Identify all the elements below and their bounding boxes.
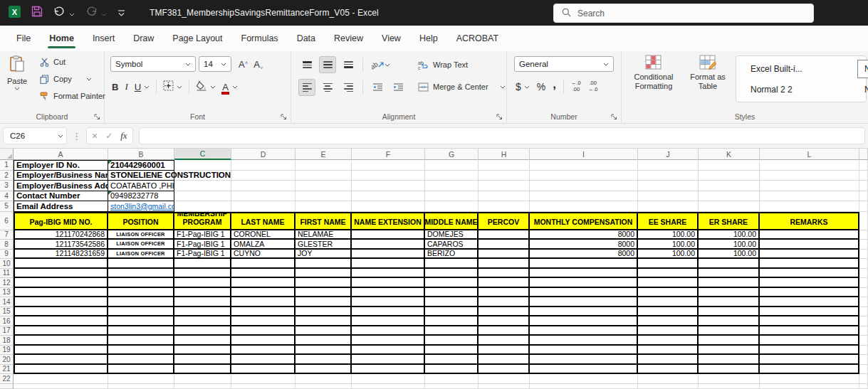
cell-D13[interactable] <box>231 288 296 298</box>
cell-D16[interactable] <box>231 316 296 326</box>
cell-C23[interactable] <box>174 384 231 389</box>
top-align-button[interactable] <box>298 56 315 73</box>
cell-E16[interactable] <box>296 316 352 326</box>
column-header-L[interactable]: L <box>760 149 859 160</box>
merge-center-button[interactable]: Merge & Center <box>418 80 506 94</box>
cell-F3[interactable] <box>352 181 425 191</box>
cell-E18[interactable] <box>296 336 352 346</box>
cell-A23[interactable] <box>14 384 108 389</box>
cell-H8[interactable] <box>479 240 530 250</box>
cell-I1[interactable] <box>530 160 638 171</box>
decrease-font-size-button[interactable]: A˅ <box>253 59 263 70</box>
cell-H4[interactable] <box>479 191 530 202</box>
cell-M4[interactable] <box>859 191 868 202</box>
cell-A2[interactable]: Employer/Business Name <box>14 171 108 181</box>
cell-I17[interactable] <box>530 326 638 336</box>
row-header-17[interactable]: 17 <box>0 326 14 336</box>
select-all-corner[interactable] <box>0 149 14 160</box>
cell-G7[interactable]: DOMEJES <box>425 230 479 240</box>
cell-C4[interactable] <box>174 191 231 202</box>
cell-G8[interactable]: CAPAROS <box>425 240 479 250</box>
cell-M1[interactable] <box>859 160 868 171</box>
cell-F2[interactable] <box>352 171 425 181</box>
cut-button[interactable]: Cut <box>40 55 105 69</box>
cell-A21[interactable] <box>14 365 108 375</box>
cell-I12[interactable] <box>530 278 638 288</box>
paste-dropdown-chevron-icon[interactable] <box>14 87 20 90</box>
cell-K22[interactable] <box>699 374 760 384</box>
column-header-M[interactable] <box>859 149 868 160</box>
cell-L7[interactable] <box>760 230 859 240</box>
cell-E19[interactable] <box>296 346 352 356</box>
cell-G21[interactable] <box>425 365 479 375</box>
row-header-13[interactable]: 13 <box>0 288 14 298</box>
column-header-B[interactable]: B <box>108 149 174 160</box>
cell-H21[interactable] <box>479 365 530 375</box>
cell-C17[interactable] <box>174 326 231 336</box>
cell-H1[interactable] <box>479 160 530 171</box>
cell-B10[interactable] <box>108 259 174 269</box>
cell-F6[interactable]: NAME EXTENSION <box>352 212 425 230</box>
cell-J19[interactable] <box>638 346 699 356</box>
column-header-K[interactable]: K <box>699 149 760 160</box>
column-header-G[interactable]: G <box>425 149 479 160</box>
cell-A13[interactable] <box>14 288 108 298</box>
cell-K4[interactable] <box>699 191 760 202</box>
cell-H22[interactable] <box>479 374 530 384</box>
cell-I10[interactable] <box>530 259 638 269</box>
cell-H19[interactable] <box>479 346 530 356</box>
cell-K12[interactable] <box>699 278 760 288</box>
cell-M18[interactable] <box>859 336 868 346</box>
cell-G2[interactable] <box>425 171 479 181</box>
cell-G18[interactable] <box>425 336 479 346</box>
cell-J23[interactable] <box>638 384 699 389</box>
fill-color-button[interactable] <box>196 80 207 94</box>
cell-B13[interactable] <box>108 288 174 298</box>
cell-A9[interactable]: 121148231659 <box>14 250 108 260</box>
cell-K10[interactable] <box>699 259 760 269</box>
cell-L11[interactable] <box>760 269 859 279</box>
cell-F8[interactable] <box>352 240 425 250</box>
row-header-2[interactable]: 2 <box>0 171 14 181</box>
cell-F12[interactable] <box>352 278 425 288</box>
cell-C3[interactable] <box>174 181 231 191</box>
cell-G13[interactable] <box>425 288 479 298</box>
cell-M7[interactable] <box>859 230 868 240</box>
cell-D22[interactable] <box>231 374 296 384</box>
cell-F18[interactable] <box>352 336 425 346</box>
cell-M8[interactable] <box>859 240 868 250</box>
cell-B12[interactable] <box>108 278 174 288</box>
cell-C22[interactable] <box>174 374 231 384</box>
cell-F15[interactable] <box>352 307 425 317</box>
cell-I18[interactable] <box>530 336 638 346</box>
middle-align-button[interactable] <box>319 56 336 73</box>
cell-J7[interactable]: 100.00 <box>638 230 699 240</box>
cell-I2[interactable] <box>530 171 638 181</box>
cell-F19[interactable] <box>352 346 425 356</box>
column-header-E[interactable]: E <box>296 149 352 160</box>
orientation-button[interactable]: ab <box>369 56 393 73</box>
cell-C5[interactable] <box>174 201 231 212</box>
cell-G16[interactable] <box>425 316 479 326</box>
cell-L9[interactable] <box>760 250 859 260</box>
cell-G22[interactable] <box>425 374 479 384</box>
cell-F7[interactable] <box>352 230 425 240</box>
cell-D5[interactable] <box>231 201 296 212</box>
cell-I16[interactable] <box>530 316 638 326</box>
cell-F17[interactable] <box>352 326 425 336</box>
cell-D4[interactable] <box>231 191 296 202</box>
font-size-select[interactable]: 14 <box>199 56 231 72</box>
accounting-chevron-icon[interactable] <box>524 85 530 89</box>
cell-A8[interactable]: 121173542586 <box>14 240 108 250</box>
cell-A10[interactable] <box>14 259 108 269</box>
cell-A20[interactable] <box>14 355 108 365</box>
cell-K14[interactable] <box>699 297 760 307</box>
tab-insert[interactable]: Insert <box>83 26 124 51</box>
cell-E12[interactable] <box>296 278 352 288</box>
cell-H14[interactable] <box>479 297 530 307</box>
column-header-J[interactable]: J <box>638 149 699 160</box>
tab-acrobat[interactable]: ACROBAT <box>447 26 508 51</box>
tab-review[interactable]: Review <box>325 26 372 51</box>
comma-style-button[interactable]: , <box>553 82 556 88</box>
cell-A4[interactable]: Contact Number <box>14 191 108 202</box>
